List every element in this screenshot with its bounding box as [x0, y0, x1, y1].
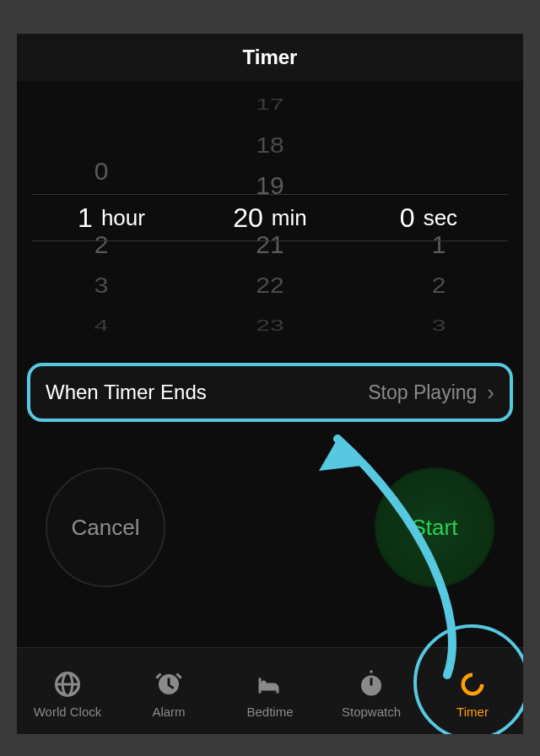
start-button-label: Start: [412, 515, 458, 541]
tab-label: Timer: [456, 705, 489, 719]
tab-label: Stopwatch: [342, 705, 401, 719]
chevron-right-icon: ›: [487, 380, 494, 406]
header: Timer: [17, 34, 523, 81]
tab-label: World Clock: [34, 705, 102, 719]
picker-option: 0: [94, 151, 109, 192]
globe-icon: [52, 669, 83, 699]
tab-stopwatch[interactable]: Stopwatch: [325, 669, 418, 719]
cancel-button-label: Cancel: [72, 515, 140, 541]
tab-bedtime[interactable]: Bedtime: [224, 669, 316, 719]
when-timer-ends-label: When Timer Ends: [46, 381, 207, 404]
tab-label: Alarm: [152, 705, 185, 719]
picker-option: 2: [94, 224, 109, 265]
timer-screen: Timer 0 2 3 4 17 18 19: [17, 34, 523, 734]
action-buttons: Cancel Start: [17, 422, 523, 587]
seconds-wheel[interactable]: 1 2 3: [363, 84, 515, 346]
start-button[interactable]: Start: [375, 467, 494, 587]
picker-option: 21: [256, 224, 284, 265]
tab-world-clock[interactable]: World Clock: [21, 669, 114, 719]
when-timer-ends-row[interactable]: When Timer Ends Stop Playing ›: [27, 363, 513, 422]
page-title: Timer: [243, 46, 298, 69]
tab-bar: World Clock Alarm Bedtime Stopwatch Time…: [17, 647, 523, 734]
picker-option: 23: [256, 314, 284, 338]
tab-alarm[interactable]: Alarm: [122, 669, 215, 719]
picker-option: 19: [256, 165, 284, 206]
bed-icon: [255, 669, 285, 699]
stopwatch-icon: [356, 669, 386, 699]
when-timer-ends-value: Stop Playing: [368, 381, 477, 404]
duration-picker[interactable]: 0 2 3 4 17 18 19 21 22 23: [17, 84, 523, 346]
hours-wheel[interactable]: 0 2 3 4: [25, 84, 177, 346]
picker-option: 17: [256, 93, 284, 117]
picker-option: 3: [94, 268, 109, 303]
picker-option: 3: [432, 314, 446, 338]
minutes-wheel[interactable]: 17 18 19 21 22 23: [194, 84, 346, 346]
picker-option: 1: [432, 224, 446, 265]
cancel-button[interactable]: Cancel: [46, 467, 165, 587]
alarm-clock-icon: [154, 669, 184, 699]
tab-label: Bedtime: [246, 705, 293, 719]
timer-icon: [457, 669, 488, 699]
picker-option: 2: [432, 268, 446, 303]
picker-option: 18: [256, 128, 284, 163]
picker-option: 4: [94, 314, 109, 338]
tab-timer[interactable]: Timer: [426, 669, 519, 719]
picker-option: 22: [256, 268, 284, 303]
